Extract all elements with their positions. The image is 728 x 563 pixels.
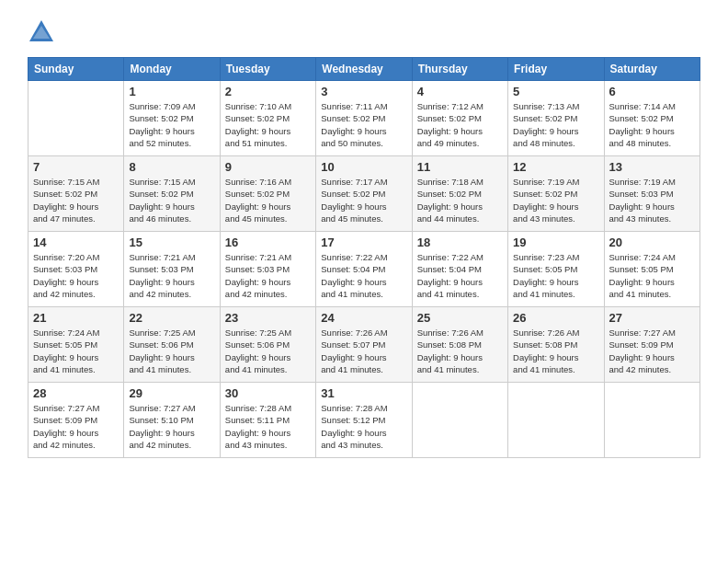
day-info: Sunrise: 7:24 AMSunset: 5:05 PMDaylight:… — [33, 327, 119, 375]
day-info: Sunrise: 7:14 AMSunset: 5:02 PMDaylight:… — [609, 100, 695, 149]
day-info: Sunrise: 7:10 AMSunset: 5:02 PMDaylight:… — [225, 100, 311, 149]
day-info: Sunrise: 7:21 AMSunset: 5:03 PMDaylight:… — [225, 251, 311, 300]
calendar-cell: 31Sunrise: 7:28 AMSunset: 5:12 PMDayligh… — [316, 383, 412, 458]
day-info: Sunrise: 7:28 AMSunset: 5:11 PMDaylight:… — [225, 402, 311, 451]
day-info: Sunrise: 7:27 AMSunset: 5:10 PMDaylight:… — [129, 402, 214, 451]
calendar-cell: 7Sunrise: 7:15 AMSunset: 5:02 PMDaylight… — [28, 156, 124, 232]
day-number: 9 — [225, 160, 311, 174]
day-number: 12 — [513, 160, 598, 174]
calendar-cell: 30Sunrise: 7:28 AMSunset: 5:11 PMDayligh… — [220, 383, 315, 458]
day-info: Sunrise: 7:26 AMSunset: 5:07 PMDaylight:… — [321, 327, 406, 375]
day-number: 28 — [33, 386, 119, 400]
day-info: Sunrise: 7:17 AMSunset: 5:02 PMDaylight:… — [321, 176, 406, 224]
calendar-cell — [604, 383, 700, 458]
calendar-header-row: SundayMondayTuesdayWednesdayThursdayFrid… — [28, 58, 700, 81]
logo — [28, 18, 59, 46]
day-number: 17 — [321, 236, 406, 249]
day-number: 27 — [609, 311, 695, 325]
day-number: 8 — [129, 160, 214, 174]
day-number: 3 — [321, 85, 406, 98]
page: SundayMondayTuesdayWednesdayThursdayFrid… — [0, 0, 728, 563]
day-info: Sunrise: 7:15 AMSunset: 5:02 PMDaylight:… — [129, 176, 214, 224]
day-info: Sunrise: 7:15 AMSunset: 5:02 PMDaylight:… — [33, 176, 119, 224]
calendar-cell: 15Sunrise: 7:21 AMSunset: 5:03 PMDayligh… — [124, 232, 220, 307]
day-info: Sunrise: 7:21 AMSunset: 5:03 PMDaylight:… — [129, 251, 214, 300]
day-number: 25 — [417, 311, 503, 325]
day-number: 29 — [129, 386, 214, 400]
day-info: Sunrise: 7:24 AMSunset: 5:05 PMDaylight:… — [609, 251, 695, 300]
day-info: Sunrise: 7:26 AMSunset: 5:08 PMDaylight:… — [417, 327, 503, 375]
day-info: Sunrise: 7:20 AMSunset: 5:03 PMDaylight:… — [33, 251, 119, 300]
calendar-cell: 20Sunrise: 7:24 AMSunset: 5:05 PMDayligh… — [604, 232, 700, 307]
calendar-cell: 3Sunrise: 7:11 AMSunset: 5:02 PMDaylight… — [316, 81, 412, 156]
calendar-cell: 26Sunrise: 7:26 AMSunset: 5:08 PMDayligh… — [508, 307, 604, 383]
day-number: 5 — [513, 85, 598, 98]
calendar-table: SundayMondayTuesdayWednesdayThursdayFrid… — [28, 57, 700, 458]
day-info: Sunrise: 7:25 AMSunset: 5:06 PMDaylight:… — [225, 327, 311, 375]
calendar-cell: 4Sunrise: 7:12 AMSunset: 5:02 PMDaylight… — [412, 81, 507, 156]
calendar-cell: 25Sunrise: 7:26 AMSunset: 5:08 PMDayligh… — [412, 307, 507, 383]
day-info: Sunrise: 7:27 AMSunset: 5:09 PMDaylight:… — [33, 402, 119, 451]
weekday-header-thursday: Thursday — [412, 58, 507, 81]
calendar-week-2: 7Sunrise: 7:15 AMSunset: 5:02 PMDaylight… — [28, 156, 700, 232]
calendar-cell — [412, 383, 507, 458]
calendar-cell: 12Sunrise: 7:19 AMSunset: 5:02 PMDayligh… — [508, 156, 604, 232]
calendar-cell — [28, 81, 124, 156]
calendar-cell: 2Sunrise: 7:10 AMSunset: 5:02 PMDaylight… — [220, 81, 315, 156]
calendar-cell: 8Sunrise: 7:15 AMSunset: 5:02 PMDaylight… — [124, 156, 220, 232]
day-number: 23 — [225, 311, 311, 325]
header — [28, 18, 700, 46]
day-number: 20 — [609, 236, 695, 249]
calendar-cell: 5Sunrise: 7:13 AMSunset: 5:02 PMDaylight… — [508, 81, 604, 156]
day-info: Sunrise: 7:11 AMSunset: 5:02 PMDaylight:… — [321, 100, 406, 149]
day-number: 21 — [33, 311, 119, 325]
day-number: 24 — [321, 311, 406, 325]
weekday-header-saturday: Saturday — [604, 58, 700, 81]
calendar-cell: 28Sunrise: 7:27 AMSunset: 5:09 PMDayligh… — [28, 383, 124, 458]
day-number: 16 — [225, 236, 311, 249]
day-info: Sunrise: 7:16 AMSunset: 5:02 PMDaylight:… — [225, 176, 311, 224]
day-number: 30 — [225, 386, 311, 400]
day-number: 22 — [129, 311, 214, 325]
calendar-week-4: 21Sunrise: 7:24 AMSunset: 5:05 PMDayligh… — [28, 307, 700, 383]
calendar-cell: 17Sunrise: 7:22 AMSunset: 5:04 PMDayligh… — [316, 232, 412, 307]
calendar-cell: 11Sunrise: 7:18 AMSunset: 5:02 PMDayligh… — [412, 156, 507, 232]
day-info: Sunrise: 7:18 AMSunset: 5:02 PMDaylight:… — [417, 176, 503, 224]
weekday-header-friday: Friday — [508, 58, 604, 81]
day-info: Sunrise: 7:25 AMSunset: 5:06 PMDaylight:… — [129, 327, 214, 375]
day-number: 6 — [609, 85, 695, 98]
day-info: Sunrise: 7:12 AMSunset: 5:02 PMDaylight:… — [417, 100, 503, 149]
day-info: Sunrise: 7:23 AMSunset: 5:05 PMDaylight:… — [513, 251, 598, 300]
day-info: Sunrise: 7:19 AMSunset: 5:02 PMDaylight:… — [513, 176, 598, 224]
calendar-cell — [508, 383, 604, 458]
day-number: 19 — [513, 236, 598, 249]
calendar-cell: 9Sunrise: 7:16 AMSunset: 5:02 PMDaylight… — [220, 156, 315, 232]
day-number: 13 — [609, 160, 695, 174]
day-info: Sunrise: 7:26 AMSunset: 5:08 PMDaylight:… — [513, 327, 598, 375]
day-info: Sunrise: 7:22 AMSunset: 5:04 PMDaylight:… — [321, 251, 406, 300]
day-info: Sunrise: 7:28 AMSunset: 5:12 PMDaylight:… — [321, 402, 406, 451]
day-number: 31 — [321, 386, 406, 400]
day-number: 2 — [225, 85, 311, 98]
calendar-cell: 10Sunrise: 7:17 AMSunset: 5:02 PMDayligh… — [316, 156, 412, 232]
day-number: 15 — [129, 236, 214, 249]
calendar-cell: 24Sunrise: 7:26 AMSunset: 5:07 PMDayligh… — [316, 307, 412, 383]
calendar-cell: 29Sunrise: 7:27 AMSunset: 5:10 PMDayligh… — [124, 383, 220, 458]
calendar-cell: 19Sunrise: 7:23 AMSunset: 5:05 PMDayligh… — [508, 232, 604, 307]
calendar-cell: 22Sunrise: 7:25 AMSunset: 5:06 PMDayligh… — [124, 307, 220, 383]
calendar-cell: 23Sunrise: 7:25 AMSunset: 5:06 PMDayligh… — [220, 307, 315, 383]
weekday-header-monday: Monday — [124, 58, 220, 81]
day-number: 10 — [321, 160, 406, 174]
calendar-week-5: 28Sunrise: 7:27 AMSunset: 5:09 PMDayligh… — [28, 383, 700, 458]
calendar-cell: 1Sunrise: 7:09 AMSunset: 5:02 PMDaylight… — [124, 81, 220, 156]
calendar-cell: 16Sunrise: 7:21 AMSunset: 5:03 PMDayligh… — [220, 232, 315, 307]
calendar-cell: 13Sunrise: 7:19 AMSunset: 5:03 PMDayligh… — [604, 156, 700, 232]
day-number: 11 — [417, 160, 503, 174]
calendar-cell: 14Sunrise: 7:20 AMSunset: 5:03 PMDayligh… — [28, 232, 124, 307]
day-number: 18 — [417, 236, 503, 249]
day-info: Sunrise: 7:27 AMSunset: 5:09 PMDaylight:… — [609, 327, 695, 375]
weekday-header-sunday: Sunday — [28, 58, 124, 81]
day-info: Sunrise: 7:13 AMSunset: 5:02 PMDaylight:… — [513, 100, 598, 149]
day-number: 7 — [33, 160, 119, 174]
calendar-cell: 18Sunrise: 7:22 AMSunset: 5:04 PMDayligh… — [412, 232, 507, 307]
